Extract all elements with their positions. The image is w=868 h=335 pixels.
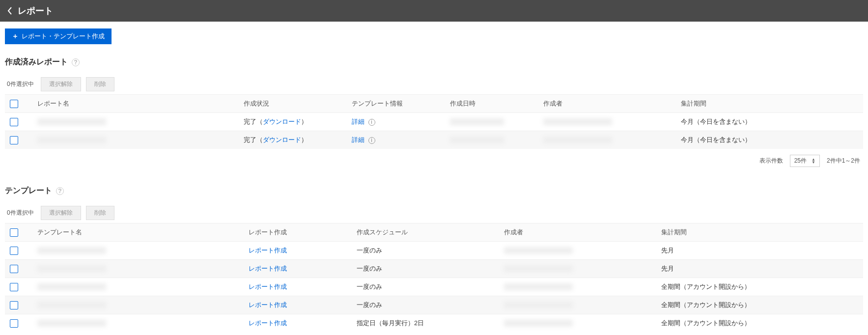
template-name-redacted (37, 247, 106, 254)
col-creator: 作成者 (538, 95, 676, 113)
col-template-create: レポート作成 (244, 223, 352, 242)
reports-selected-count: 0件選択中 (7, 80, 34, 88)
row-checkbox[interactable] (10, 283, 18, 291)
creator-redacted (504, 247, 573, 254)
col-period: 集計期間 (676, 95, 863, 113)
templates-table: テンプレート名 レポート作成 作成スケジュール 作成者 集計期間 レポート作成一… (5, 223, 863, 332)
col-report-status: 作成状況 (239, 95, 347, 113)
creator-redacted (504, 283, 573, 290)
reports-header-row: レポート名 作成状況 テンプレート情報 作成日時 作成者 集計期間 (5, 95, 863, 113)
reports-section-title: 作成済みレポート ? (5, 57, 863, 67)
creator-redacted (504, 320, 573, 327)
templates-section-title: テンプレート ? (5, 186, 863, 196)
templates-deselect-button[interactable]: 選択解除 (41, 206, 81, 220)
col-template-creator: 作成者 (499, 223, 656, 242)
status-cell: 完了（ダウンロード） (239, 131, 347, 149)
help-icon[interactable]: ? (72, 58, 80, 66)
col-template-period: 集計期間 (656, 223, 863, 242)
table-row: レポート作成指定日（毎月実行）2日 全期間（アカウント開設から） (5, 314, 863, 333)
template-name-redacted (37, 302, 106, 308)
template-name-redacted (37, 265, 106, 272)
reports-delete-button[interactable]: 削除 (86, 77, 114, 91)
row-checkbox[interactable] (10, 136, 18, 144)
period-cell: 今月（今日を含まない） (676, 131, 863, 149)
col-template-schedule: 作成スケジュール (352, 223, 499, 242)
back-icon[interactable] (7, 6, 13, 15)
page-range: 2件中1～2件 (827, 157, 860, 165)
schedule-cell: 一度のみ (352, 278, 499, 296)
download-link[interactable]: ダウンロード (263, 136, 301, 143)
template-name-redacted (37, 320, 106, 327)
row-checkbox[interactable] (10, 247, 18, 255)
create-report-link[interactable]: レポート作成 (249, 319, 287, 327)
table-row: レポート作成一度のみ 先月 (5, 260, 863, 278)
table-row: 完了（ダウンロード）詳細 i 今月（今日を含まない） (5, 131, 863, 149)
stepper-icon: ▲▼ (812, 158, 815, 164)
templates-toolbar: 0件選択中 選択解除 削除 (5, 203, 863, 223)
report-name-redacted (37, 118, 106, 125)
table-row: レポート作成一度のみ 先月 (5, 242, 863, 260)
col-template-info: テンプレート情報 (347, 95, 445, 113)
create-report-link[interactable]: レポート作成 (249, 301, 287, 308)
status-cell: 完了（ダウンロード） (239, 113, 347, 131)
schedule-cell: 一度のみ (352, 260, 499, 278)
created-at-redacted (450, 137, 504, 143)
plus-icon: ＋ (12, 32, 19, 41)
table-row: 完了（ダウンロード）詳細 i 今月（今日を含まない） (5, 113, 863, 131)
reports-pager: 表示件数 25件 ▲▼ 2件中1～2件 (5, 149, 863, 173)
create-report-button[interactable]: ＋ レポート・テンプレート作成 (5, 28, 112, 44)
create-report-link[interactable]: レポート作成 (249, 265, 287, 272)
create-report-link[interactable]: レポート作成 (249, 247, 287, 254)
period-cell: 全期間（アカウント開設から） (656, 278, 863, 296)
info-icon[interactable]: i (368, 137, 375, 144)
schedule-cell: 一度のみ (352, 242, 499, 260)
templates-selected-count: 0件選択中 (7, 209, 34, 217)
page-size-label: 表示件数 (759, 157, 783, 165)
table-row: レポート作成一度のみ 全期間（アカウント開設から） (5, 278, 863, 296)
period-cell: 全期間（アカウント開設から） (656, 296, 863, 314)
page-title: レポート (18, 5, 53, 17)
detail-cell: 詳細 i (347, 113, 445, 131)
created-at-redacted (450, 118, 504, 125)
col-report-name: レポート名 (32, 95, 239, 113)
create-report-link[interactable]: レポート作成 (249, 283, 287, 290)
detail-cell: 詳細 i (347, 131, 445, 149)
creator-redacted (504, 265, 573, 272)
schedule-cell: 指定日（毎月実行）2日 (352, 314, 499, 333)
reports-table: レポート名 作成状況 テンプレート情報 作成日時 作成者 集計期間 完了（ダウン… (5, 94, 863, 149)
info-icon[interactable]: i (368, 119, 375, 126)
creator-redacted (504, 302, 573, 308)
table-row: レポート作成一度のみ 全期間（アカウント開設から） (5, 296, 863, 314)
row-checkbox[interactable] (10, 319, 18, 328)
page-size-select[interactable]: 25件 ▲▼ (790, 155, 820, 167)
row-checkbox[interactable] (10, 265, 18, 273)
period-cell: 先月 (656, 260, 863, 278)
templates-select-all[interactable] (10, 228, 18, 237)
row-checkbox[interactable] (10, 118, 18, 126)
reports-toolbar: 0件選択中 選択解除 削除 (5, 74, 863, 94)
reports-deselect-button[interactable]: 選択解除 (41, 77, 81, 91)
detail-link[interactable]: 詳細 (352, 136, 364, 143)
detail-link[interactable]: 詳細 (352, 118, 364, 125)
col-created-at: 作成日時 (445, 95, 538, 113)
help-icon[interactable]: ? (56, 187, 64, 195)
col-template-name: テンプレート名 (32, 223, 244, 242)
template-name-redacted (37, 283, 106, 290)
templates-delete-button[interactable]: 削除 (86, 206, 114, 220)
download-link[interactable]: ダウンロード (263, 118, 301, 125)
templates-header-row: テンプレート名 レポート作成 作成スケジュール 作成者 集計期間 (5, 223, 863, 242)
period-cell: 今月（今日を含まない） (676, 113, 863, 131)
create-report-label: レポート・テンプレート作成 (22, 32, 105, 41)
period-cell: 先月 (656, 242, 863, 260)
period-cell: 全期間（アカウント開設から） (656, 314, 863, 333)
row-checkbox[interactable] (10, 301, 18, 309)
schedule-cell: 一度のみ (352, 296, 499, 314)
creator-redacted (543, 118, 612, 125)
page-header: レポート (0, 0, 868, 22)
reports-select-all[interactable] (10, 100, 18, 108)
report-name-redacted (37, 137, 106, 143)
creator-redacted (543, 137, 612, 143)
